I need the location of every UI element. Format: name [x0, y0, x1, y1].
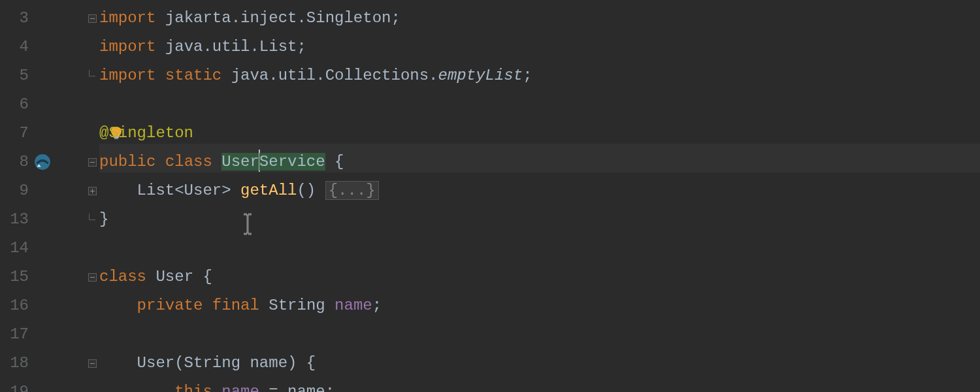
code-line[interactable] [99, 320, 980, 349]
code-line[interactable]: } [99, 205, 980, 234]
fold-end-icon [89, 214, 95, 220]
line-number[interactable]: 14 [0, 234, 31, 263]
icon-gutter [31, 0, 85, 392]
code-area[interactable]: import jakarta.inject.Singleton; import … [99, 0, 980, 392]
fold-expand-icon[interactable] [88, 187, 97, 195]
code-line[interactable]: import static java.util.Collections.empt… [99, 61, 980, 90]
fold-end-icon [89, 70, 95, 76]
line-number[interactable]: 19 [0, 378, 31, 392]
fold-collapse-icon[interactable] [88, 359, 97, 368]
code-line[interactable]: User(String name) { [99, 349, 980, 378]
code-line[interactable]: public class UserService { [99, 148, 980, 176]
line-number[interactable]: 4 [0, 33, 31, 61]
line-number[interactable]: 15 [0, 263, 31, 291]
line-number[interactable]: 7 [0, 119, 31, 148]
code-line[interactable] [99, 234, 980, 263]
code-line[interactable]: class User { [99, 263, 980, 291]
code-line[interactable]: import java.util.List; [99, 33, 980, 61]
code-line[interactable]: @Singleton [99, 119, 980, 148]
line-number[interactable]: 6 [0, 90, 31, 119]
fold-gutter [85, 0, 99, 392]
line-number[interactable]: 5 [0, 61, 31, 90]
line-number[interactable]: 13 [0, 205, 31, 234]
code-line[interactable]: this.name = name; [99, 378, 980, 392]
line-number[interactable]: 9 [0, 176, 31, 205]
code-line[interactable] [99, 90, 980, 119]
line-number[interactable]: 18 [0, 349, 31, 378]
code-editor[interactable]: 3 4 5 6 7 8 9 13 14 15 16 17 18 19 [0, 0, 980, 392]
line-number[interactable]: 3 [0, 4, 31, 33]
code-line[interactable]: import jakarta.inject.Singleton; [99, 4, 980, 33]
fold-collapse-icon[interactable] [88, 273, 97, 282]
line-number[interactable]: 8 [0, 148, 31, 176]
line-number-gutter[interactable]: 3 4 5 6 7 8 9 13 14 15 16 17 18 19 [0, 0, 31, 392]
navigate-icon[interactable] [34, 154, 51, 171]
fold-collapse-icon[interactable] [88, 14, 97, 23]
code-line[interactable]: private final String name; [99, 291, 980, 320]
fold-collapse-icon[interactable] [88, 158, 97, 167]
code-line[interactable]: List<User> getAll() {...} [99, 176, 980, 205]
folded-region[interactable]: {...} [325, 181, 379, 200]
line-number[interactable]: 17 [0, 320, 31, 349]
line-number[interactable]: 16 [0, 291, 31, 320]
